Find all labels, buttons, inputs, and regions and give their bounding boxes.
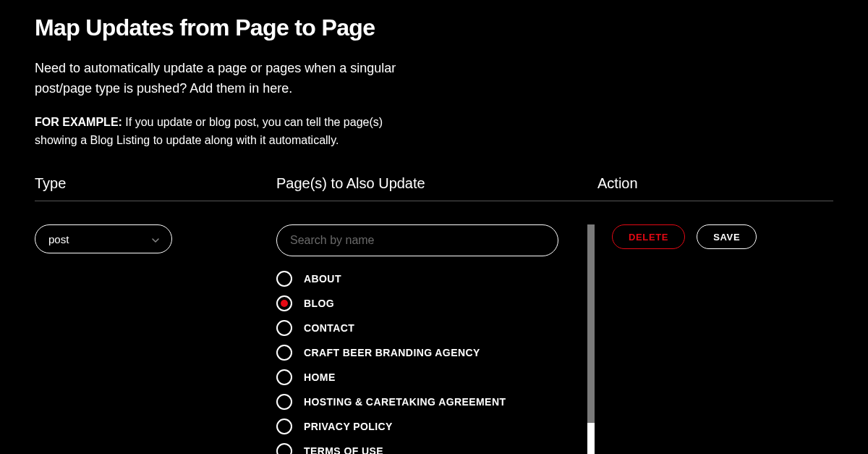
delete-button[interactable]: DELETE bbox=[612, 224, 685, 249]
chevron-down-icon bbox=[151, 235, 160, 243]
radio-icon bbox=[276, 394, 292, 410]
page-item-label: TERMS OF USE bbox=[304, 445, 383, 454]
page-item[interactable]: TERMS OF USE bbox=[276, 443, 558, 454]
page-item[interactable]: PRIVACY POLICY bbox=[276, 419, 558, 434]
header-divider bbox=[35, 201, 833, 201]
page-list: ABOUTBLOGCONTACTCRAFT BEER BRANDING AGEN… bbox=[276, 271, 558, 454]
save-button[interactable]: SAVE bbox=[697, 224, 757, 249]
page-item[interactable]: CRAFT BEER BRANDING AGENCY bbox=[276, 345, 558, 361]
page-item-label: HOME bbox=[304, 371, 336, 383]
example-label: FOR EXAMPLE: bbox=[35, 116, 122, 128]
page-item-label: CRAFT BEER BRANDING AGENCY bbox=[304, 347, 480, 358]
page-item-label: PRIVACY POLICY bbox=[304, 421, 393, 432]
search-input[interactable] bbox=[276, 224, 558, 256]
scrollbar-thumb[interactable] bbox=[587, 423, 595, 454]
radio-icon bbox=[276, 369, 292, 385]
column-header-action: Action bbox=[597, 175, 833, 201]
type-select-value: post bbox=[48, 233, 69, 245]
column-header-type: Type bbox=[35, 175, 273, 201]
radio-icon bbox=[276, 271, 292, 287]
page-subtitle: Need to automatically update a page or p… bbox=[35, 59, 425, 99]
page-item-label: BLOG bbox=[304, 298, 334, 309]
radio-icon bbox=[276, 295, 292, 311]
page-item-label: CONTACT bbox=[304, 322, 354, 334]
radio-icon bbox=[276, 345, 292, 361]
radio-icon bbox=[276, 320, 292, 336]
page-item[interactable]: CONTACT bbox=[276, 320, 558, 336]
page-item[interactable]: HOME bbox=[276, 369, 558, 385]
radio-dot-icon bbox=[281, 300, 288, 307]
type-select[interactable]: post bbox=[35, 224, 172, 253]
page-item-label: HOSTING & CARETAKING AGREEMENT bbox=[304, 396, 506, 408]
page-title: Map Updates from Page to Page bbox=[35, 14, 833, 41]
column-header-pages: Page(s) to Also Update bbox=[276, 175, 595, 201]
page-item[interactable]: BLOG bbox=[276, 295, 558, 311]
radio-icon bbox=[276, 419, 292, 434]
page-example: FOR EXAMPLE: If you update or blog post,… bbox=[35, 114, 425, 150]
page-item[interactable]: HOSTING & CARETAKING AGREEMENT bbox=[276, 394, 558, 410]
page-item-label: ABOUT bbox=[304, 273, 341, 285]
radio-icon bbox=[276, 443, 292, 454]
page-item[interactable]: ABOUT bbox=[276, 271, 558, 287]
